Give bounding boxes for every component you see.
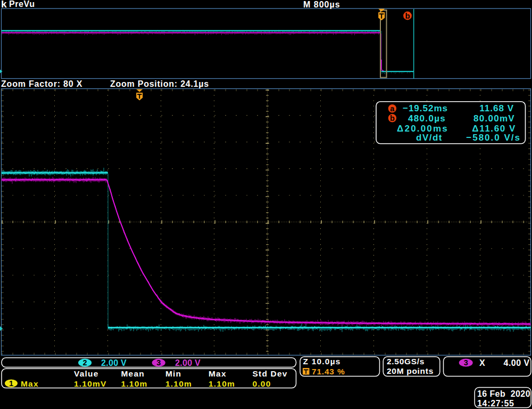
svg-text:Min: Min	[165, 369, 181, 378]
svg-text:3: 3	[156, 358, 161, 367]
svg-text:14:27:55: 14:27:55	[477, 399, 514, 408]
svg-text:1: 1	[9, 379, 13, 388]
svg-text:1.10m: 1.10m	[165, 379, 192, 388]
svg-text:2.00 V: 2.00 V	[175, 358, 201, 367]
svg-text:Max: Max	[21, 379, 39, 388]
svg-text:dV/dt: dV/dt	[416, 133, 443, 143]
svg-text:b: b	[405, 11, 410, 20]
svg-text:−580.0 V/s: −580.0 V/s	[466, 133, 521, 143]
svg-text:1.10m: 1.10m	[121, 379, 148, 388]
svg-text:1.10m: 1.10m	[209, 379, 235, 388]
svg-text:4.00 V: 4.00 V	[504, 358, 530, 367]
svg-text:Mean: Mean	[121, 369, 145, 378]
svg-text:2.00 V: 2.00 V	[101, 358, 127, 367]
svg-text:PreVu: PreVu	[9, 0, 35, 9]
svg-text:−19.52ms: −19.52ms	[403, 103, 448, 113]
svg-text:Zoom Position: 24.1µs: Zoom Position: 24.1µs	[110, 79, 209, 88]
svg-text:20M points: 20M points	[387, 366, 434, 375]
svg-text:11.68 V: 11.68 V	[479, 103, 514, 113]
svg-text:80.00mV: 80.00mV	[473, 113, 515, 124]
svg-text:Δ11.60 V: Δ11.60 V	[472, 124, 516, 134]
svg-text:2: 2	[83, 358, 87, 367]
svg-text:2.50GS/s: 2.50GS/s	[387, 357, 425, 366]
svg-text:16 Feb 2020: 16 Feb 2020	[477, 389, 530, 398]
svg-text:M 800µs: M 800µs	[303, 0, 340, 9]
svg-text:b: b	[390, 114, 395, 122]
svg-text:71.43 %: 71.43 %	[312, 367, 345, 376]
svg-text:Value: Value	[74, 369, 99, 378]
svg-text:Std Dev: Std Dev	[253, 369, 288, 378]
svg-text:Zoom Factor: 80 X: Zoom Factor: 80 X	[1, 79, 82, 88]
svg-text:3: 3	[464, 358, 468, 367]
svg-text:X: X	[479, 358, 485, 367]
svg-text:0.00: 0.00	[253, 379, 271, 388]
svg-text:k: k	[1, 0, 7, 10]
svg-text:480.0µs: 480.0µs	[408, 113, 446, 124]
svg-text:a: a	[390, 104, 395, 113]
svg-text:1.10mV: 1.10mV	[74, 379, 107, 388]
svg-text:Z 10.0µs: Z 10.0µs	[303, 357, 341, 366]
svg-text:Δ20.00ms: Δ20.00ms	[397, 124, 448, 134]
svg-text:Max: Max	[209, 369, 227, 378]
